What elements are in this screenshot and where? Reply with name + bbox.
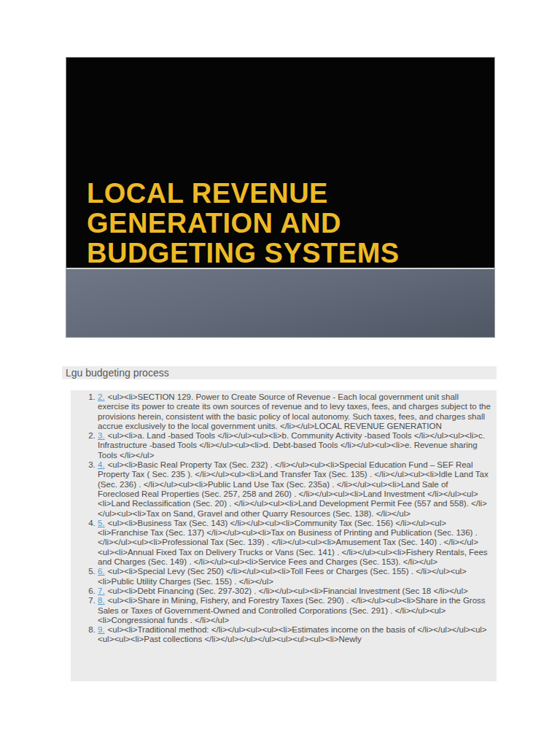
list-item-text: <ul><li>Basic Real Property Tax (Sec. 23… (98, 460, 489, 517)
list-item-text: <ul><li>Debt Financing (Sec. 297-302) . … (108, 587, 468, 595)
list-item-text: <ul><li>SECTION 129. Power to Create Sou… (98, 392, 491, 430)
footnote-link[interactable]: 3. (98, 431, 105, 440)
list-item: 4.<ul><li>Basic Real Property Tax (Sec. … (98, 460, 491, 519)
list-item: 2.<ul><li>SECTION 129. Power to Create S… (98, 392, 491, 431)
list-item: 9.<ul><li>Traditional method: </li></ul>… (98, 625, 491, 645)
footnote-link[interactable]: 7. (98, 587, 105, 595)
list-item: 8.<ul><li>Share in Mining, Fishery, and … (98, 596, 491, 625)
content-list-panel: 2.<ul><li>SECTION 129. Power to Create S… (71, 390, 497, 681)
list-item: 7.<ul><li>Debt Financing (Sec. 297-302) … (98, 587, 491, 596)
slide-title-line: GENERATION AND (87, 209, 400, 239)
list-item: 3.<ul><li>a. Land -based Tools </li></ul… (98, 431, 491, 460)
list-item: 5.<ul><li>Business Tax (Sec. 143) </li><… (98, 519, 491, 567)
list-item-text: <ul><li>a. Land -based Tools </li></ul><… (98, 431, 485, 460)
slide-title-line: LOCAL REVENUE (87, 179, 400, 209)
footnote-link[interactable]: 2. (98, 392, 105, 401)
footnote-link[interactable]: 8. (98, 596, 105, 605)
list-item-text: <ul><li>Traditional method: </li></ul><u… (98, 625, 487, 643)
footnote-link[interactable]: 6. (98, 567, 105, 576)
list-item-text: <ul><li>Share in Mining, Fishery, and Fo… (98, 596, 486, 624)
slide-title: LOCAL REVENUE GENERATION AND BUDGETING S… (87, 179, 400, 268)
numbered-list: 2.<ul><li>SECTION 129. Power to Create S… (71, 392, 491, 645)
slide-thumbnail: LOCAL REVENUE GENERATION AND BUDGETING S… (66, 57, 495, 338)
slide-black-area: LOCAL REVENUE GENERATION AND BUDGETING S… (66, 58, 494, 268)
section-heading: Lgu budgeting process (62, 366, 497, 379)
slide-title-line: BUDGETING SYSTEMS (87, 239, 400, 268)
list-item-text: <ul><li>Business Tax (Sec. 143) </li></u… (98, 519, 488, 566)
footnote-link[interactable]: 9. (98, 625, 105, 634)
footnote-link[interactable]: 5. (98, 519, 105, 527)
slide-gradient-band (66, 269, 494, 337)
list-item: 6.<ul><li>Special Levy (Sec 250) </li></… (98, 567, 491, 587)
footnote-link[interactable]: 4. (98, 460, 105, 469)
document-page: { "slide": { "title_lines": ["LOCAL REVE… (0, 0, 560, 747)
list-item-text: <ul><li>Special Levy (Sec 250) </li></ul… (98, 567, 467, 585)
